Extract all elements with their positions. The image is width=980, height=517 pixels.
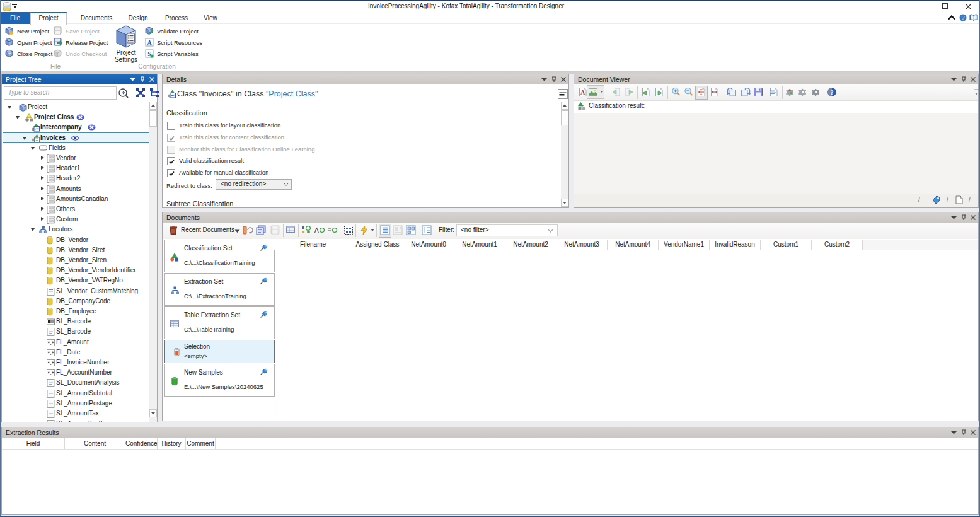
svg-text:?: ? [961, 15, 964, 21]
svg-text:A: A [147, 39, 152, 46]
svg-text:A: A [580, 89, 585, 96]
svg-text:A: A [314, 227, 319, 234]
svg-text:x: x [128, 35, 129, 37]
svg-text:?: ? [830, 89, 833, 96]
